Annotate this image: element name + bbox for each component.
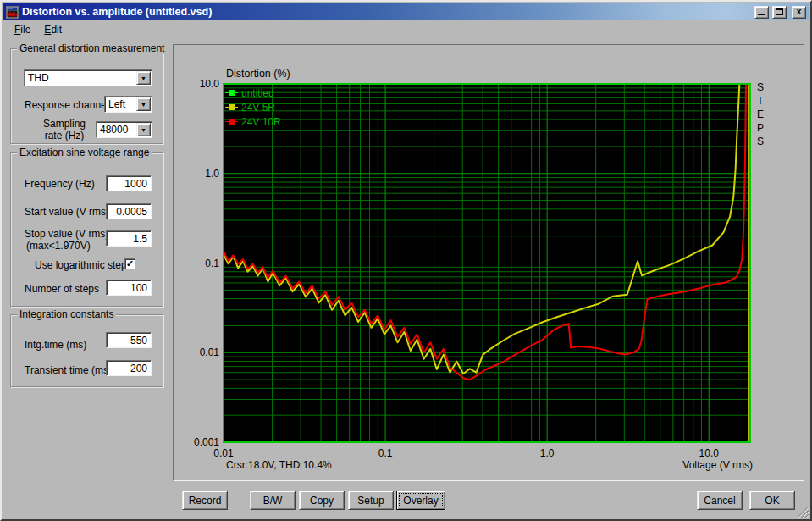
group-general-title: General distortion measurement bbox=[17, 42, 167, 54]
checkbox-check-icon: ✓ bbox=[126, 259, 134, 269]
intg-time-input[interactable] bbox=[106, 332, 152, 348]
menu-bar: File Edit bbox=[3, 21, 809, 37]
legend-item: 24V 5R bbox=[225, 100, 281, 114]
x-axis-title: Voltage (V rms) bbox=[682, 459, 753, 471]
response-channel-value: Left bbox=[105, 98, 136, 110]
title-bar: Distortion vs. amplitude (untitled.vsd) … bbox=[3, 3, 809, 20]
y-tick-label: 0.01 bbox=[177, 346, 219, 358]
cursor-readout: Crsr:18.0V, THD:10.4% bbox=[226, 459, 332, 471]
frequency-label: Frequency (Hz) bbox=[25, 178, 95, 190]
legend-item: untitled bbox=[225, 86, 281, 100]
start-value-label: Start value (V rms) bbox=[25, 206, 109, 218]
group-integration: Integration constants Intg.time (ms) Tra… bbox=[10, 314, 163, 387]
measurement-value: THD bbox=[25, 72, 136, 84]
distortion-plot[interactable] bbox=[223, 83, 751, 443]
chart-panel: Distortion (%) untitled24V 5R24V 10R 10.… bbox=[173, 44, 804, 481]
close-button[interactable]: x bbox=[792, 6, 806, 19]
overlay-button[interactable]: Overlay bbox=[396, 491, 445, 510]
ok-button[interactable]: OK bbox=[749, 491, 795, 510]
response-channel-select[interactable]: Left ▼ bbox=[104, 96, 152, 113]
group-general-distortion: General distortion measurement THD ▼ Res… bbox=[10, 48, 163, 144]
bw-button[interactable]: B/W bbox=[250, 491, 296, 510]
dropdown-arrow-icon[interactable]: ▼ bbox=[136, 123, 151, 136]
window-title: Distortion vs. amplitude (untitled.vsd) bbox=[22, 6, 751, 18]
group-excitation: Excitation sine voltage range Frequency … bbox=[10, 152, 163, 307]
copy-button[interactable]: Copy bbox=[299, 491, 345, 510]
measurement-select[interactable]: THD ▼ bbox=[24, 69, 152, 86]
resize-grip-icon[interactable] bbox=[798, 507, 809, 518]
legend-label: untitled bbox=[241, 87, 274, 99]
minimize-button[interactable] bbox=[754, 6, 769, 19]
x-tick-label: 1.0 bbox=[528, 447, 566, 459]
legend-marker-icon bbox=[225, 103, 238, 111]
transient-time-input[interactable] bbox=[106, 360, 152, 376]
log-steps-checkbox[interactable]: ✓ bbox=[124, 258, 135, 269]
transient-time-label: Transient time (ms) bbox=[25, 364, 112, 376]
num-steps-input[interactable] bbox=[106, 280, 152, 296]
plot-area[interactable] bbox=[223, 83, 751, 443]
y-tick-label: 0.1 bbox=[177, 258, 219, 269]
x-tick-label: 0.1 bbox=[367, 447, 404, 459]
stop-value-label: Stop value (V rms) (max<1.970V) bbox=[25, 228, 108, 252]
record-button[interactable]: Record bbox=[182, 491, 228, 510]
chart-title: Distortion (%) bbox=[226, 68, 290, 80]
sampling-rate-value: 48000 bbox=[97, 124, 136, 136]
chart-legend: untitled24V 5R24V 10R bbox=[225, 86, 281, 129]
maximize-button[interactable] bbox=[772, 6, 787, 19]
minimize-icon bbox=[758, 14, 765, 15]
start-value-input[interactable] bbox=[106, 203, 152, 219]
app-window: Distortion vs. amplitude (untitled.vsd) … bbox=[0, 0, 812, 521]
cancel-button[interactable]: Cancel bbox=[697, 491, 743, 510]
sampling-rate-select[interactable]: 48000 ▼ bbox=[96, 121, 152, 138]
close-icon: x bbox=[797, 8, 802, 16]
legend-item: 24V 10R bbox=[225, 114, 281, 129]
group-integration-title: Integration constants bbox=[17, 308, 116, 320]
num-steps-label: Number of steps bbox=[25, 283, 99, 295]
dropdown-arrow-icon[interactable]: ▼ bbox=[136, 71, 151, 85]
app-icon bbox=[6, 6, 19, 19]
setup-button[interactable]: Setup bbox=[348, 491, 394, 510]
y-tick-label: 1.0 bbox=[177, 168, 219, 180]
menu-file[interactable]: File bbox=[8, 23, 36, 36]
legend-marker-icon bbox=[225, 89, 238, 97]
response-channel-label: Response channel bbox=[25, 99, 108, 111]
intg-time-label: Intg.time (ms) bbox=[25, 339, 86, 351]
log-steps-label: Use logarithmic steps bbox=[35, 259, 132, 271]
steps-axis-label: STEPS bbox=[755, 80, 765, 148]
y-tick-label: 10.0 bbox=[177, 78, 219, 90]
x-tick-label: 10.0 bbox=[690, 447, 727, 459]
group-excitation-title: Excitation sine voltage range bbox=[17, 147, 152, 158]
legend-label: 24V 10R bbox=[241, 116, 281, 128]
sampling-rate-label: Sampling rate (Hz) bbox=[36, 118, 92, 141]
legend-marker-icon bbox=[225, 118, 238, 125]
stop-value-input[interactable] bbox=[106, 230, 152, 247]
x-tick-label: 0.01 bbox=[205, 447, 242, 459]
legend-label: 24V 5R bbox=[241, 102, 275, 114]
frequency-input[interactable] bbox=[106, 175, 152, 191]
maximize-icon bbox=[776, 8, 783, 15]
y-tick-label: 0.001 bbox=[177, 436, 219, 448]
dropdown-arrow-icon[interactable]: ▼ bbox=[136, 97, 151, 111]
menu-edit[interactable]: Edit bbox=[38, 23, 68, 36]
